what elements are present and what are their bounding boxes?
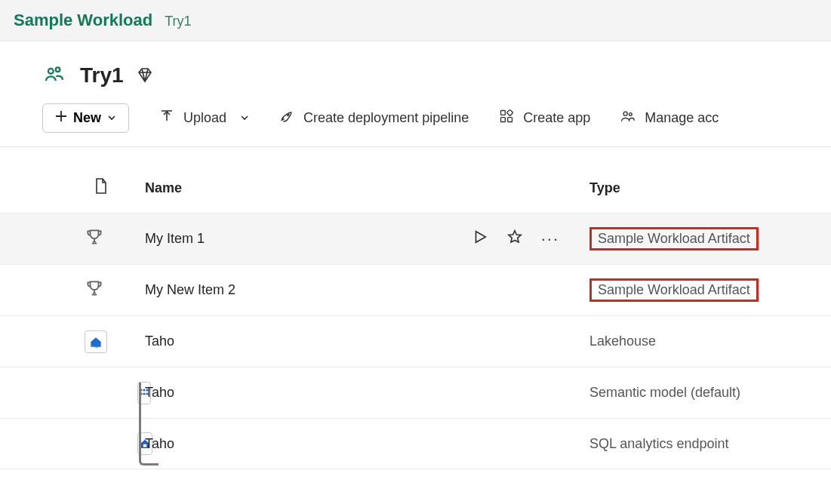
item-name: My Item 1 xyxy=(145,231,205,247)
workspace-name: Try1 xyxy=(80,63,124,88)
table-row[interactable]: Taho SQL analytics endpoint xyxy=(0,418,831,469)
item-name: My New Item 2 xyxy=(145,282,235,298)
premium-diamond-icon xyxy=(136,66,154,85)
top-breadcrumb-bar: Sample Workload Try1 xyxy=(0,0,831,41)
svg-point-2 xyxy=(287,114,289,116)
create-app-button[interactable]: Create app xyxy=(499,109,590,128)
svg-point-1 xyxy=(56,67,60,72)
item-type: Sample Workload Artifact xyxy=(589,227,759,250)
svg-rect-4 xyxy=(507,109,513,115)
workspace-people-icon xyxy=(42,63,68,88)
chevron-down-icon xyxy=(107,110,116,126)
svg-rect-6 xyxy=(508,118,512,122)
table-row[interactable]: Taho Lakehouse xyxy=(0,315,831,367)
star-icon[interactable] xyxy=(506,229,523,249)
item-type: Lakehouse xyxy=(589,333,656,349)
play-icon[interactable] xyxy=(472,229,488,249)
rocket-icon xyxy=(279,109,294,128)
svg-point-8 xyxy=(629,113,632,116)
people-icon xyxy=(620,109,636,128)
svg-rect-5 xyxy=(501,118,506,122)
upload-label: Upload xyxy=(183,110,226,126)
svg-point-12 xyxy=(140,392,142,395)
workspace-toolbar: New Upload Create deployment pipeline xyxy=(0,96,831,147)
new-button-label: New xyxy=(73,110,101,126)
manage-access-label: Manage acc xyxy=(645,110,719,126)
item-name: Taho xyxy=(145,385,174,401)
create-pipeline-label: Create deployment pipeline xyxy=(303,110,469,126)
plus-icon xyxy=(55,110,67,126)
upload-button[interactable]: Upload xyxy=(159,109,249,128)
table-header-row: Name Type xyxy=(0,177,831,213)
apps-icon xyxy=(499,109,514,128)
item-name: Taho xyxy=(145,436,174,452)
svg-point-0 xyxy=(48,69,54,74)
trophy-icon xyxy=(85,278,104,302)
table-row[interactable]: My Item 1 ··· Sample Workload Artifact xyxy=(0,213,831,264)
svg-point-9 xyxy=(140,389,142,391)
workspace-header: Try1 xyxy=(0,41,831,96)
table-row[interactable]: Taho Semantic model (default) xyxy=(0,367,831,418)
item-type: SQL analytics endpoint xyxy=(589,436,728,451)
column-header-type[interactable]: Type xyxy=(589,180,831,196)
more-icon[interactable]: ··· xyxy=(541,231,559,247)
column-header-name[interactable]: Name xyxy=(145,180,589,196)
app-title[interactable]: Sample Workload xyxy=(14,11,152,30)
breadcrumb-workspace[interactable]: Try1 xyxy=(165,14,191,29)
new-button[interactable]: New xyxy=(42,103,129,133)
create-pipeline-button[interactable]: Create deployment pipeline xyxy=(279,109,469,128)
item-type: Semantic model (default) xyxy=(589,385,740,400)
trophy-icon xyxy=(85,227,104,250)
upload-icon xyxy=(159,109,174,128)
table-row[interactable]: My New Item 2 Sample Workload Artifact xyxy=(0,264,831,315)
svg-rect-3 xyxy=(501,111,506,115)
item-name: Taho xyxy=(145,333,174,349)
create-app-label: Create app xyxy=(523,110,590,126)
manage-access-button[interactable]: Manage acc xyxy=(620,109,719,128)
item-type: Sample Workload Artifact xyxy=(589,278,759,302)
svg-point-7 xyxy=(623,112,627,115)
chevron-down-icon xyxy=(240,110,249,126)
lakehouse-icon xyxy=(85,330,107,353)
file-icon xyxy=(94,177,109,199)
items-table: Name Type My Item 1 ··· xyxy=(0,147,831,469)
